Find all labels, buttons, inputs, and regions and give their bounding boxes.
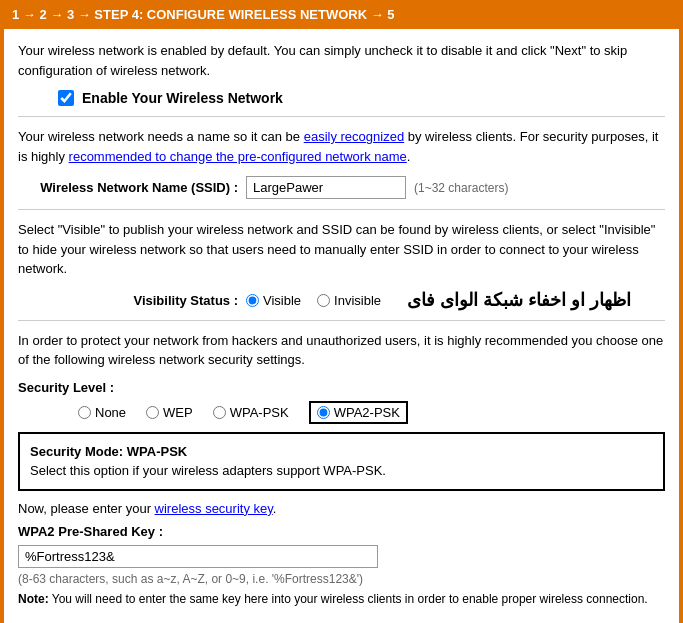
visible-option[interactable]: Visible <box>246 293 301 308</box>
arabic-visibility-text: اظهار او اخفاء شبکة الوای فای <box>407 289 631 312</box>
enable-checkbox-row: Enable Your Wireless Network <box>58 90 665 106</box>
ssid-label: Wireless Network Name (SSID) : <box>18 180 238 195</box>
ssid-hint: (1~32 characters) <box>414 181 508 195</box>
security-mode-box: Security Mode: WPA-PSK Select this optio… <box>18 432 665 491</box>
ssid-section-text: Your wireless network needs a name so it… <box>18 127 665 166</box>
wpa-psk-radio[interactable] <box>213 406 226 419</box>
key-field-label: WPA2 Pre-Shared Key : <box>18 524 178 539</box>
note-text: Note: You will need to enter the same ke… <box>18 592 665 606</box>
wpa-psk-option[interactable]: WPA-PSK <box>213 405 289 420</box>
wizard-header: 1 → 2 → 3 → STEP 4: CONFIGURE WIRELESS N… <box>2 2 681 27</box>
security-options: None WEP WPA-PSK WPA2-PSK <box>78 401 665 424</box>
wep-radio[interactable] <box>146 406 159 419</box>
ssid-input[interactable] <box>246 176 406 199</box>
note-content: You will need to enter the same key here… <box>49 592 648 606</box>
note-label: Note: <box>18 592 49 606</box>
enable-wireless-label[interactable]: Enable Your Wireless Network <box>82 90 283 106</box>
invisible-option[interactable]: Invisible <box>317 293 381 308</box>
key-field-row: WPA2 Pre-Shared Key : <box>18 524 665 539</box>
security-mode-title: Security Mode: WPA-PSK <box>30 444 187 459</box>
security-level-label: Security Level : <box>18 380 128 395</box>
security-mode-desc: Select this option if your wireless adap… <box>30 463 386 478</box>
ssid-field-row: Wireless Network Name (SSID) : (1~32 cha… <box>18 176 665 199</box>
none-radio[interactable] <box>78 406 91 419</box>
visible-radio[interactable] <box>246 294 259 307</box>
security-section-text: In order to protect your network from ha… <box>18 331 665 370</box>
wpa2-psk-radio[interactable] <box>317 406 330 419</box>
visibility-section-text: Select "Visible" to publish your wireles… <box>18 220 665 279</box>
none-option[interactable]: None <box>78 405 126 420</box>
wpa2-key-input[interactable] <box>18 545 378 568</box>
step-indicator: 1 → 2 → 3 → STEP 4: CONFIGURE WIRELESS N… <box>12 7 395 22</box>
invisible-radio[interactable] <box>317 294 330 307</box>
wep-option[interactable]: WEP <box>146 405 193 420</box>
wpa2-psk-option[interactable]: WPA2-PSK <box>309 401 408 424</box>
key-hint: (8-63 characters, such as a~z, A~Z, or 0… <box>18 572 665 586</box>
key-intro: Now, please enter your wireless security… <box>18 501 665 516</box>
intro-text: Your wireless network is enabled by defa… <box>18 41 665 80</box>
wizard-container: 1 → 2 → 3 → STEP 4: CONFIGURE WIRELESS N… <box>0 0 683 623</box>
security-level-row: Security Level : <box>18 380 665 395</box>
key-section: Now, please enter your wireless security… <box>18 501 665 606</box>
visibility-row: Visibility Status : Visible Invisible اظ… <box>18 289 665 312</box>
enable-wireless-checkbox[interactable] <box>58 90 74 106</box>
visibility-radio-group: Visible Invisible اظهار او اخفاء شبکة ال… <box>246 289 631 312</box>
security-section: In order to protect your network from ha… <box>18 331 665 491</box>
visibility-label: Visibility Status : <box>18 293 238 308</box>
